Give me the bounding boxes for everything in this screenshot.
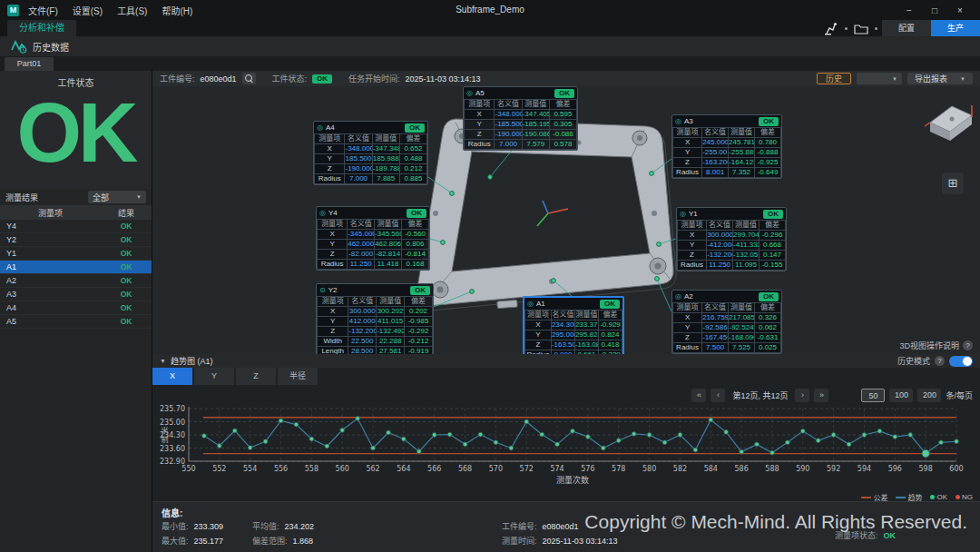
info-part-no-label: 工件编号: [502, 522, 537, 531]
robot-arm-icon[interactable] [824, 22, 838, 35]
measure-callout-A3[interactable]: ◎A3OK测量项名义值测量值偏差X245.000245.7810.780Y-25… [671, 114, 782, 179]
history-mode-toggle[interactable] [949, 356, 973, 367]
table-row-Y4[interactable]: Y4OK [0, 220, 152, 233]
measure-result-value: OK [101, 290, 152, 299]
callout-row: Z-167.459-168.090-0.631 [673, 333, 781, 343]
svg-text:586: 586 [734, 465, 748, 473]
config-mode-button[interactable]: 配置 [882, 20, 931, 36]
table-row-A1[interactable]: A1OK [0, 261, 152, 274]
tab-analysis-compensation[interactable]: 分析和补偿 [7, 20, 76, 36]
part-tab-bar: Part01 [0, 56, 980, 71]
callout-header: ◎A3OK [672, 115, 781, 127]
measure-item-label: A3 [0, 290, 101, 299]
main-area: 工件编号: e080e0d1 工件状态: OK 任务开始时间: 2025-11-… [152, 71, 980, 552]
svg-text:600: 600 [949, 465, 963, 473]
mini-part-preview[interactable] [921, 94, 975, 148]
svg-text:568: 568 [458, 465, 472, 473]
production-mode-button[interactable]: 生产 [931, 20, 980, 36]
prev-page-button[interactable]: ‹ [710, 389, 725, 402]
col-header: 测量项 [465, 100, 495, 110]
col-header: 测量项 [315, 134, 345, 144]
table-row-A3[interactable]: A3OK [0, 288, 152, 301]
col-header: 名义值 [551, 310, 574, 320]
col-header: 测量值 [733, 221, 760, 231]
folder-icon[interactable] [854, 22, 868, 35]
table-row-Y2[interactable]: Y2OK [0, 233, 152, 247]
ribbon-item-history-data[interactable]: 历史数据 [33, 40, 69, 54]
page-size-200[interactable]: 200 [917, 389, 941, 402]
col-header: 偏差 [549, 100, 576, 110]
app-logo-icon: M [7, 5, 19, 16]
table-row-A5[interactable]: A5OK [0, 315, 152, 329]
page-size-50[interactable]: 50 [861, 389, 885, 402]
history-button[interactable]: 历史 [817, 73, 851, 84]
callout-id: A4 [326, 123, 402, 132]
measure-callout-Y1[interactable]: ◎Y1OK测量项名义值测量值偏差X300.000299.704-0.296Y-4… [676, 207, 787, 271]
col-header: 测量项 [318, 297, 348, 307]
export-report-dropdown[interactable]: 导出报表▼ [907, 73, 973, 84]
trend-tab-半径[interactable]: 半径 [278, 368, 318, 385]
callout-header: ◎Y4OK [317, 207, 429, 219]
page-size-100[interactable]: 100 [889, 389, 913, 402]
measure-callout-Y4[interactable]: ◎Y4OK测量项名义值测量值偏差X-345.000-345.560-0.560Y… [316, 206, 430, 271]
svg-text:594: 594 [858, 465, 871, 473]
callout-row: Length28.50027.581-0.919 [318, 347, 433, 355]
callout-row: X245.000245.7810.780 [673, 138, 781, 148]
menu-item[interactable]: 设置(S) [73, 4, 103, 17]
search-icon[interactable] [242, 73, 256, 84]
view-fit-button[interactable]: ⊞ [942, 172, 964, 194]
col-header: 偏差 [760, 221, 786, 231]
menu-item[interactable]: 工具(S) [117, 4, 147, 17]
measure-callout-Y2[interactable]: ⊙Y2OK测量项名义值测量值偏差X300.000300.2020.202Y412… [316, 283, 434, 354]
next-page-button[interactable]: › [795, 389, 809, 402]
legend-swatch [930, 495, 935, 499]
target-icon: ◎ [466, 89, 473, 97]
last-page-button[interactable]: » [814, 389, 828, 402]
svg-text:测量次数: 测量次数 [556, 475, 589, 485]
window-controls: − □ × [897, 5, 973, 15]
callout-col-headers: 测量项名义值测量值偏差 [525, 310, 622, 320]
measure-callout-A4[interactable]: ◎A4OK测量项名义值测量值偏差X-348.000-347.3480.652Y1… [313, 121, 428, 185]
trend-chart-plot[interactable]: 5505525545565585605625645665685705725745… [152, 405, 980, 492]
collapse-icon[interactable]: ▼ [160, 358, 166, 364]
info-title: 信息: [162, 506, 182, 519]
table-row-Y1[interactable]: Y1OK [0, 247, 152, 261]
col-header: 名义值 [348, 297, 377, 307]
svg-text:558: 558 [305, 465, 318, 473]
measure-callout-A1[interactable]: ◎A1OK测量项名义值测量值偏差X234.300233.371-0.929Y29… [523, 296, 624, 354]
menu-item[interactable]: 帮助(H) [162, 4, 192, 17]
callout-row: Z-82.000-82.814-0.814 [318, 250, 429, 260]
close-icon[interactable]: × [947, 5, 973, 15]
result-filter-dropdown[interactable]: 全部 ▼ [88, 191, 146, 203]
task-time-value: 2025-11-03 03:14:13 [406, 74, 481, 84]
callout-table: 测量项名义值测量值偏差X216.759217.0850.326Y-92.586-… [672, 302, 781, 353]
callout-id: Y2 [328, 286, 407, 294]
callout-table: 测量项名义值测量值偏差X-345.000-345.560-0.560Y462.0… [317, 219, 429, 270]
help-icon[interactable]: ? [963, 340, 973, 350]
callout-header: ◎A2OK [672, 291, 781, 302]
svg-text:552: 552 [212, 465, 226, 473]
callout-col-headers: 测量项名义值测量值偏差 [673, 128, 781, 138]
trend-tabs: XYZ半径 [152, 368, 980, 385]
history-range-dropdown[interactable]: ▼ [857, 73, 902, 84]
first-page-button[interactable]: « [691, 389, 706, 402]
measure-callout-A2[interactable]: ◎A2OK测量项名义值测量值偏差X216.759217.0850.326Y-92… [671, 290, 782, 354]
trend-tab-Y[interactable]: Y [194, 368, 234, 385]
viewer[interactable]: ◎A5OK测量项名义值测量值偏差X-348.000-347.4050.595Y-… [152, 86, 980, 354]
trend-chart: 米制 5505525545565585605625645665685705725… [152, 405, 980, 492]
svg-text:574: 574 [550, 465, 564, 473]
part-tab-part01[interactable]: Part01 [5, 57, 54, 71]
table-row-A2[interactable]: A2OK [0, 274, 152, 288]
sidebar: 工件状态 OK 测量结果 全部 ▼ 测量项 结果 Y4OKY2OKY1OKA1O… [0, 71, 152, 552]
measure-callout-A5[interactable]: ◎A5OK测量项名义值测量值偏差X-348.000-347.4050.595Y-… [463, 86, 578, 151]
callout-row: X234.300233.371-0.929 [525, 320, 622, 330]
help-icon[interactable]: ? [935, 356, 945, 366]
minimize-icon[interactable]: − [897, 5, 922, 15]
target-icon: ◎ [675, 117, 681, 125]
trend-tab-X[interactable]: X [152, 368, 192, 385]
maximize-icon[interactable]: □ [922, 5, 947, 15]
callout-id: A2 [684, 292, 756, 301]
table-row-A4[interactable]: A4OK [0, 301, 152, 315]
trend-tab-Z[interactable]: Z [236, 368, 276, 385]
menu-item[interactable]: 文件(F) [28, 4, 58, 17]
